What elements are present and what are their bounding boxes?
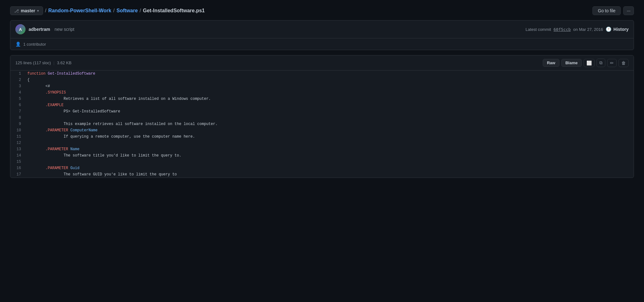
- blame-button[interactable]: Blame: [561, 59, 582, 67]
- breadcrumb-folder-link[interactable]: Software: [116, 8, 138, 14]
- line-content: This example retrieves all software inst…: [26, 121, 634, 127]
- table-row: 5 Retrieves a list of all software insta…: [10, 96, 634, 102]
- line-number: 4: [10, 89, 26, 96]
- commit-hash-link[interactable]: 60f5ccb: [553, 27, 571, 32]
- line-content: If querying a remote computer, use the c…: [26, 134, 634, 140]
- line-number: 1: [10, 71, 26, 77]
- line-number: 12: [10, 140, 26, 146]
- line-content: .SYNOPSIS: [26, 89, 634, 96]
- line-content: .PARAMETER Guid: [26, 165, 634, 171]
- stats-separator: |: [53, 60, 54, 65]
- table-row: 1function Get-InstalledSoftware: [10, 71, 634, 77]
- line-number: 11: [10, 134, 26, 140]
- line-content: PS> Get-InstalledSoftware: [26, 108, 634, 115]
- table-row: 10 .PARAMETER ComputerName: [10, 127, 634, 134]
- git-branch-icon: ⎇: [14, 9, 19, 13]
- top-bar: ⎇ master ▾ / Random-PowerShell-Work / So…: [10, 6, 634, 15]
- line-number: 3: [10, 83, 26, 89]
- table-row: 14 The software title you'd like to limi…: [10, 152, 634, 159]
- contributor-count: 1 contributor: [23, 42, 46, 47]
- contributor-icon: 👤: [15, 42, 21, 47]
- file-stats: 125 lines (117 sloc) | 3.62 KB: [15, 60, 71, 65]
- branch-name: master: [21, 8, 35, 13]
- line-content: function Get-InstalledSoftware: [26, 71, 634, 77]
- avatar: A: [15, 24, 25, 34]
- commit-meta: Latest commit 60f5ccb on Mar 27, 2016 🕐 …: [525, 26, 629, 32]
- line-number: 16: [10, 165, 26, 171]
- table-row: 6 .EXAMPLE: [10, 102, 634, 108]
- breadcrumb-sep-3: /: [140, 8, 141, 14]
- line-number: 2: [10, 77, 26, 83]
- line-number: 15: [10, 159, 26, 165]
- breadcrumb: ⎇ master ▾ / Random-PowerShell-Work / So…: [10, 6, 205, 15]
- table-row: 16 .PARAMETER Guid: [10, 165, 634, 171]
- go-to-file-button[interactable]: Go to file: [592, 6, 621, 15]
- table-row: 17 The software GUID you'e like to limit…: [10, 171, 634, 178]
- table-row: 9 This example retrieves all software in…: [10, 121, 634, 127]
- table-row: 7 PS> Get-InstalledSoftware: [10, 108, 634, 115]
- line-content: [26, 115, 634, 121]
- line-number: 9: [10, 121, 26, 127]
- file-viewer: 125 lines (117 sloc) | 3.62 KB Raw Blame…: [10, 55, 634, 178]
- table-row: 2{: [10, 77, 634, 83]
- breadcrumb-sep-1: /: [45, 8, 46, 14]
- contributor-row: 👤 1 contributor: [10, 38, 634, 50]
- line-content: [26, 140, 634, 146]
- commit-date: on Mar 27, 2016: [573, 27, 603, 32]
- history-icon: 🕐: [606, 26, 612, 32]
- table-row: 15: [10, 159, 634, 165]
- breadcrumb-sep-2: /: [113, 8, 114, 14]
- desktop-icon-button[interactable]: ⬜: [584, 59, 595, 67]
- delete-file-button[interactable]: 🗑: [619, 59, 629, 67]
- branch-selector[interactable]: ⎇ master ▾: [10, 6, 43, 15]
- line-number: 5: [10, 96, 26, 102]
- line-number: 8: [10, 115, 26, 121]
- line-content: Retrieves a list of all software install…: [26, 96, 634, 102]
- table-row: 11 If querying a remote computer, use th…: [10, 134, 634, 140]
- line-content: The software GUID you'e like to limit th…: [26, 171, 634, 178]
- commit-info-box: A adbertram new script Latest commit 60f…: [10, 20, 634, 50]
- line-content: The software title you'd like to limit t…: [26, 152, 634, 159]
- file-actions: Raw Blame ⬜ ⧉ ✏ 🗑: [543, 59, 629, 67]
- history-label: History: [613, 27, 629, 32]
- commit-author-name[interactable]: adbertram: [29, 27, 50, 32]
- line-content: .EXAMPLE: [26, 102, 634, 108]
- table-row: 8: [10, 115, 634, 121]
- code-table: 1function Get-InstalledSoftware2{3 <#4 .…: [10, 71, 634, 178]
- edit-file-button[interactable]: ✏: [607, 59, 617, 67]
- file-lines: 125 lines (117 sloc): [15, 60, 51, 65]
- file-size: 3.62 KB: [57, 60, 71, 65]
- breadcrumb-file: Get-InstalledSoftware.ps1: [143, 8, 205, 14]
- file-header: 125 lines (117 sloc) | 3.62 KB Raw Blame…: [10, 55, 634, 71]
- line-number: 14: [10, 152, 26, 159]
- table-row: 3 <#: [10, 83, 634, 89]
- line-content: [26, 159, 634, 165]
- line-number: 10: [10, 127, 26, 134]
- chevron-down-icon: ▾: [37, 9, 39, 13]
- table-row: 4 .SYNOPSIS: [10, 89, 634, 96]
- line-number: 6: [10, 102, 26, 108]
- code-area: 1function Get-InstalledSoftware2{3 <#4 .…: [10, 71, 634, 178]
- history-button[interactable]: 🕐 History: [606, 26, 629, 32]
- line-content: {: [26, 77, 634, 83]
- commit-author: A adbertram new script: [15, 24, 75, 34]
- table-row: 12: [10, 140, 634, 146]
- raw-button[interactable]: Raw: [543, 59, 559, 67]
- commit-message: new script: [54, 27, 74, 32]
- line-number: 17: [10, 171, 26, 178]
- more-options-button[interactable]: ···: [623, 6, 634, 15]
- line-content: .PARAMETER ComputerName: [26, 127, 634, 134]
- top-bar-actions: Go to file ···: [592, 6, 634, 15]
- copy-raw-button[interactable]: ⧉: [597, 59, 605, 67]
- commit-header: A adbertram new script Latest commit 60f…: [10, 20, 634, 38]
- line-number: 7: [10, 108, 26, 115]
- line-content: <#: [26, 83, 634, 89]
- breadcrumb-repo-link[interactable]: Random-PowerShell-Work: [48, 8, 111, 14]
- line-content: .PARAMETER Name: [26, 146, 634, 152]
- commit-hash-label: Latest commit: [525, 27, 551, 32]
- line-number: 13: [10, 146, 26, 152]
- table-row: 13 .PARAMETER Name: [10, 146, 634, 152]
